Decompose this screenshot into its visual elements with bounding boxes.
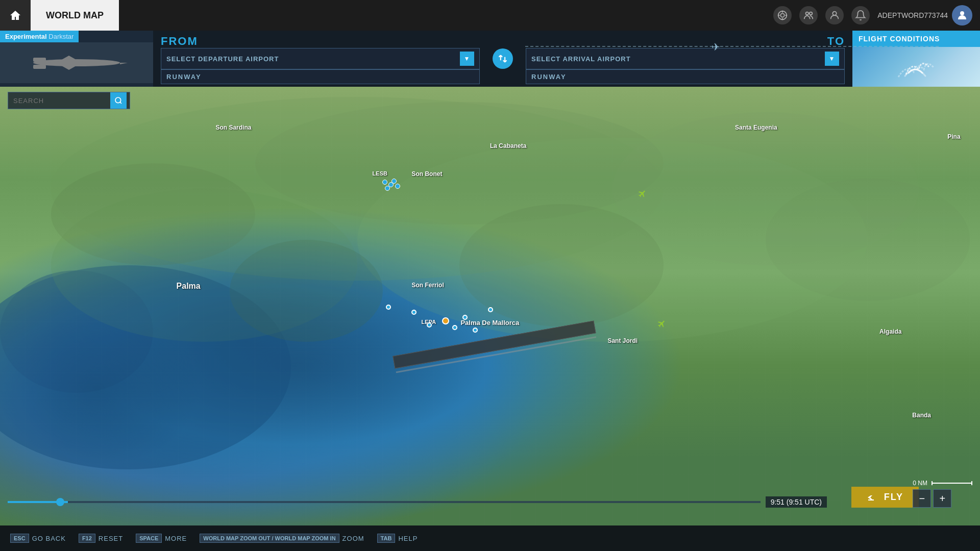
svg-rect-14	[33, 58, 46, 62]
time-display: 9:51 (9:51 UTC)	[766, 496, 827, 508]
from-label: FROM	[161, 35, 480, 48]
help-label: HELP	[398, 535, 418, 542]
arrival-airport-row: SELECT ARRIVAL AIRPORT ▼	[526, 48, 845, 69]
bell-icon[interactable]	[851, 6, 870, 24]
svg-point-7	[810, 12, 813, 15]
tab-badge: TAB	[377, 534, 396, 543]
search-input[interactable]	[8, 94, 110, 108]
zoom-controls: 0 NM − +	[913, 480, 972, 508]
weather-icon	[896, 52, 937, 82]
hotkey-reset: F12 RESET	[79, 534, 123, 543]
svg-point-26	[766, 179, 970, 301]
time-bar: 9:51 (9:51 UTC)	[8, 496, 827, 508]
terrain-svg	[0, 87, 980, 551]
svg-point-6	[806, 12, 809, 15]
zoom-label: ZOOM	[342, 535, 364, 542]
departure-airport-select[interactable]: SELECT DEPARTURE AIRPORT ▼	[161, 48, 480, 69]
scale-line	[932, 483, 972, 484]
zoom-keys-badge: WORLD MAP ZOOM OUT / WORLD MAP ZOOM IN	[200, 534, 339, 543]
arrival-airport-select[interactable]: SELECT ARRIVAL AIRPORT ▼	[526, 48, 845, 69]
topbar-right: ADEPTWORD773744	[773, 5, 980, 26]
aircraft-preview	[0, 42, 153, 83]
search-input-wrap	[8, 92, 130, 109]
departure-dropdown-arrow[interactable]: ▼	[460, 52, 474, 66]
reset-label: RESET	[99, 535, 123, 542]
search-button[interactable]	[110, 92, 127, 109]
flight-conditions-panel: FLIGHT CONDITIONS	[852, 31, 980, 87]
fly-icon	[867, 493, 879, 502]
hotkey-go-back: ESC GO BACK	[10, 534, 66, 543]
esc-badge: ESC	[10, 534, 29, 543]
bottom-bar: ESC GO BACK F12 RESET SPACE MORE WORLD M…	[0, 525, 980, 551]
username-text: ADEPTWORD773744	[877, 11, 948, 19]
sidebar-aircraft-panel: Experimental Darkstar	[0, 31, 153, 87]
user-icon[interactable]	[825, 6, 844, 24]
group-icon[interactable]	[799, 6, 818, 24]
departure-runway-field: RUNWAY	[161, 69, 480, 84]
aircraft-silhouette	[26, 46, 128, 80]
svg-point-22	[255, 102, 664, 224]
f12-badge: F12	[79, 534, 95, 543]
svg-marker-13	[56, 56, 82, 70]
experimental-tag: Experimental Darkstar	[0, 31, 79, 42]
airport-dot[interactable]	[391, 179, 397, 184]
departure-airport-row: SELECT DEPARTURE AIRPORT ▼	[161, 48, 480, 69]
avatar[interactable]	[952, 5, 972, 26]
time-slider[interactable]	[8, 501, 761, 503]
target-icon[interactable]	[773, 6, 792, 24]
airport-dot[interactable]	[382, 180, 387, 185]
zoom-scale: 0 NM	[913, 480, 972, 487]
airport-dot[interactable]	[385, 186, 390, 191]
swap-airports-button[interactable]	[493, 48, 513, 69]
arrival-dropdown-arrow[interactable]: ▼	[825, 52, 839, 66]
svg-marker-11	[120, 63, 128, 64]
topbar: WORLD MAP	[0, 0, 980, 31]
search-container	[8, 92, 130, 109]
space-badge: SPACE	[136, 534, 162, 543]
svg-point-21	[51, 163, 255, 265]
go-back-label: GO BACK	[32, 535, 66, 542]
flight-conditions-content[interactable]	[852, 47, 980, 87]
swap-section	[487, 31, 518, 87]
hotkey-help: TAB HELP	[377, 534, 418, 543]
zoom-in-button[interactable]: +	[933, 489, 951, 508]
fly-button[interactable]: FLY	[851, 487, 919, 508]
flight-conditions-header: FLIGHT CONDITIONS	[852, 31, 980, 47]
hotkey-more: SPACE MORE	[136, 534, 187, 543]
page-title: WORLD MAP	[31, 0, 119, 31]
svg-rect-15	[33, 65, 46, 69]
svg-point-24	[230, 240, 383, 342]
zoom-buttons: − +	[913, 489, 972, 508]
svg-point-27	[115, 97, 121, 103]
time-slider-knob[interactable]	[56, 498, 64, 506]
hotkey-zoom: WORLD MAP ZOOM OUT / WORLD MAP ZOOM IN Z…	[200, 534, 364, 543]
more-label: MORE	[165, 535, 187, 542]
username-area: ADEPTWORD773744	[877, 5, 972, 26]
arrival-runway-field: RUNWAY	[526, 69, 845, 84]
from-section: FROM SELECT DEPARTURE AIRPORT ▼ RUNWAY	[153, 31, 487, 87]
zoom-out-button[interactable]: −	[913, 489, 931, 508]
home-button[interactable]	[0, 0, 31, 31]
svg-point-8	[833, 12, 837, 15]
svg-point-1	[781, 13, 785, 17]
world-map[interactable]: Son Sardina La Cabaneta Santa Eugenia Pi…	[0, 87, 980, 551]
flight-planner-bar: ✈ FROM SELECT DEPARTURE AIRPORT ▼ RUNWAY…	[153, 31, 980, 87]
svg-point-9	[960, 11, 964, 15]
to-section: TO SELECT ARRIVAL AIRPORT ▼ RUNWAY	[518, 31, 852, 87]
airport-dot[interactable]	[395, 184, 400, 189]
